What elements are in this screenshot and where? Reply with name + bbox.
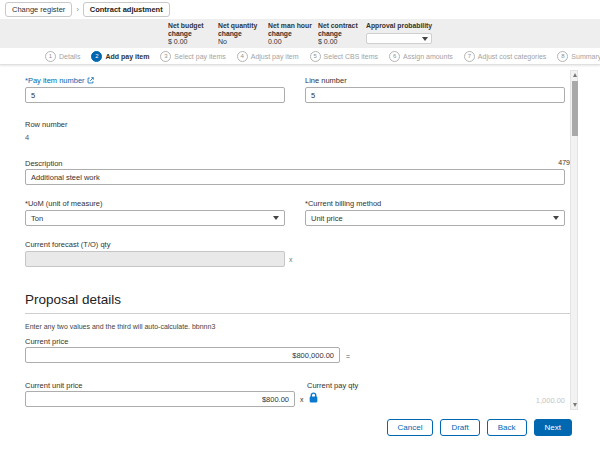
metric-value: No xyxy=(218,38,266,45)
uom-select[interactable]: Ton xyxy=(25,210,285,226)
step-label: Assign amounts xyxy=(403,53,453,60)
step-number: 3 xyxy=(160,51,171,62)
chevron-down-icon xyxy=(422,37,428,41)
step-number: 2 xyxy=(91,51,102,62)
step-add-pay-item[interactable]: 2 Add pay item xyxy=(91,51,149,62)
lock-icon[interactable] xyxy=(309,392,318,403)
metric-label: Net quantity change xyxy=(218,22,266,36)
forecast-qty-label: Current forecast (T/O) qty xyxy=(25,240,110,249)
metric-value: 0.00 xyxy=(268,38,316,45)
metric-net-man-hour-change: Net man hour change 0.00 xyxy=(268,22,316,45)
step-number: 8 xyxy=(557,51,568,62)
vertical-scrollbar[interactable] xyxy=(570,70,578,410)
step-adjust-pay-item[interactable]: 4 Adjust pay item xyxy=(237,51,299,62)
scroll-up-icon[interactable] xyxy=(572,71,578,79)
description-char-counter: 479 xyxy=(558,159,570,166)
metric-value: $ 0.00 xyxy=(318,38,366,45)
current-price-label: Current price xyxy=(25,337,68,346)
chevron-down-icon xyxy=(273,216,279,220)
pay-item-number-label[interactable]: *Pay item number xyxy=(25,76,94,85)
description-label: Description xyxy=(25,159,63,168)
proposal-hint-text: Enter any two values and the third will … xyxy=(25,323,215,330)
row-number-label: Row number xyxy=(25,120,68,129)
step-assign-amounts[interactable]: 6 Assign amounts xyxy=(389,51,453,62)
wizard-stepper: 1 Details 2 Add pay item 3 Select pay it… xyxy=(0,48,600,65)
step-summary[interactable]: 8 Summary xyxy=(557,51,600,62)
step-label: Adjust pay item xyxy=(251,53,299,60)
step-label: Add pay item xyxy=(105,53,149,60)
section-divider xyxy=(25,313,575,314)
billing-method-label: *Current billing method xyxy=(305,199,381,208)
step-number: 5 xyxy=(310,51,321,62)
metric-approval-probability: Approval probability xyxy=(366,22,461,44)
current-unit-price-input[interactable] xyxy=(25,391,295,407)
forecast-qty-input xyxy=(25,251,285,267)
open-in-new-icon xyxy=(87,77,94,84)
billing-method-selected-value: Unit price xyxy=(311,214,343,223)
current-pay-qty-label: Current pay qty xyxy=(307,381,358,390)
next-button[interactable]: Next xyxy=(534,419,572,436)
step-select-cbs-items[interactable]: 5 Select CBS items xyxy=(310,51,378,62)
cancel-button[interactable]: Cancel xyxy=(387,419,434,436)
current-unit-price-label: Current unit price xyxy=(25,381,83,390)
approval-probability-select[interactable] xyxy=(366,33,432,44)
metric-net-contract-change: Net contract change $ 0.00 xyxy=(318,22,366,45)
metrics-bar: Net budget change $ 0.00 Net quantity ch… xyxy=(0,19,600,49)
line-number-input[interactable] xyxy=(305,87,565,103)
current-price-input[interactable] xyxy=(25,347,340,363)
back-button[interactable]: Back xyxy=(487,419,527,436)
step-label: Select pay items xyxy=(174,53,225,60)
metric-label: Net man hour change xyxy=(268,22,316,36)
step-label: Adjust cost categories xyxy=(478,53,546,60)
proposal-details-heading: Proposal details xyxy=(25,292,121,307)
chevron-down-icon xyxy=(553,216,559,220)
pay-item-number-label-text: *Pay item number xyxy=(25,76,85,85)
billing-method-select[interactable]: Unit price xyxy=(305,210,565,226)
step-number: 6 xyxy=(389,51,400,62)
pay-item-number-input[interactable] xyxy=(25,87,285,103)
step-number: 7 xyxy=(464,51,475,62)
step-select-pay-items[interactable]: 3 Select pay items xyxy=(160,51,225,62)
breadcrumb-contract-adjustment[interactable]: Contract adjustment xyxy=(83,2,170,17)
multiply-operator: x xyxy=(300,396,304,403)
scroll-down-icon[interactable] xyxy=(572,401,578,409)
metric-value: $ 0.00 xyxy=(168,38,216,45)
metric-label: Net budget change xyxy=(168,22,216,36)
forecast-qty-suffix: x xyxy=(289,256,293,263)
uom-selected-value: Ton xyxy=(31,214,43,223)
step-label: Select CBS items xyxy=(324,53,378,60)
scrollbar-thumb[interactable] xyxy=(572,81,578,136)
metric-label: Net contract change xyxy=(318,22,366,36)
row-number-value: 4 xyxy=(25,133,29,142)
chevron-right-icon: › xyxy=(76,6,78,13)
footer-actions: Cancel Draft Back Next xyxy=(387,419,573,436)
step-details[interactable]: 1 Details xyxy=(45,51,80,62)
equals-operator: = xyxy=(346,353,350,360)
step-number: 1 xyxy=(45,51,56,62)
step-label: Details xyxy=(59,53,80,60)
metric-label: Approval probability xyxy=(366,22,461,30)
line-number-label: Line number xyxy=(305,76,347,85)
breadcrumb: Change register › Contract adjustment xyxy=(0,0,600,19)
step-number: 4 xyxy=(237,51,248,62)
draft-button[interactable]: Draft xyxy=(440,419,479,436)
step-label: Summary xyxy=(571,53,600,60)
breadcrumb-change-register[interactable]: Change register xyxy=(5,2,72,17)
step-adjust-cost-categories[interactable]: 7 Adjust cost categories xyxy=(464,51,546,62)
metric-net-quantity-change: Net quantity change No xyxy=(218,22,266,45)
metric-net-budget-change: Net budget change $ 0.00 xyxy=(168,22,216,45)
current-pay-qty-value: 1,000.00 xyxy=(480,396,565,405)
uom-label: *UoM (unit of measure) xyxy=(25,199,103,208)
description-input[interactable] xyxy=(25,169,565,185)
